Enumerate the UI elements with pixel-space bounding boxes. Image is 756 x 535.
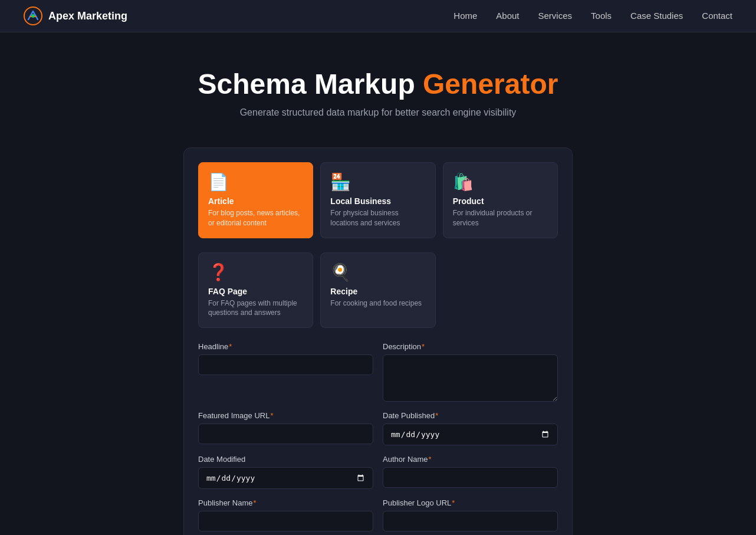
description-input[interactable] (383, 355, 558, 402)
faq-icon: ❓ (208, 262, 303, 282)
schema-type-recipe[interactable]: 🍳 Recipe For cooking and food recipes (320, 252, 435, 329)
article-icon: 📄 (208, 172, 303, 192)
date-published-label: Date Published* (383, 411, 558, 420)
hero-section: Schema Markup Generator Generate structu… (0, 32, 756, 136)
recipe-desc: For cooking and food recipes (330, 298, 425, 308)
brand-name: Apex Marketing (48, 10, 127, 22)
local-business-title: Local Business (330, 196, 425, 206)
date-modified-input[interactable] (198, 467, 373, 489)
schema-type-grid: 📄 Article For blog posts, news articles,… (198, 162, 558, 238)
author-name-input[interactable] (383, 467, 558, 488)
publisher-logo-url-input[interactable] (383, 511, 558, 531)
nav-case-studies[interactable]: Case Studies (630, 11, 683, 21)
hero-subtitle: Generate structured data markup for bett… (12, 107, 744, 118)
publisher-logo-url-group: Publisher Logo URL* (383, 498, 558, 531)
publisher-logo-url-label: Publisher Logo URL* (383, 498, 558, 507)
main-card: 📄 Article For blog posts, news articles,… (183, 147, 573, 535)
description-group: Description* (383, 342, 558, 402)
schema-type-article[interactable]: 📄 Article For blog posts, news articles,… (198, 162, 313, 238)
recipe-title: Recipe (330, 287, 425, 296)
headline-input[interactable] (198, 355, 373, 375)
navbar: Apex Marketing Home About Services Tools… (0, 0, 756, 32)
form-row-2: Featured Image URL* Date Published* (198, 411, 558, 445)
article-title: Article (208, 196, 303, 206)
publisher-name-label: Publisher Name* (198, 498, 373, 507)
page-title: Schema Markup Generator (12, 68, 744, 100)
author-name-group: Author Name* (383, 455, 558, 489)
form-row-3: Date Modified Author Name* (198, 455, 558, 489)
faq-desc: For FAQ pages with multiple questions an… (208, 298, 303, 319)
date-published-group: Date Published* (383, 411, 558, 445)
featured-image-url-input[interactable] (198, 424, 373, 444)
local-business-icon: 🏪 (330, 172, 425, 192)
product-title: Product (453, 196, 548, 206)
featured-image-url-label: Featured Image URL* (198, 411, 373, 420)
product-desc: For individual products or services (453, 208, 548, 228)
nav-home[interactable]: Home (453, 11, 477, 21)
author-name-label: Author Name* (383, 455, 558, 464)
nav-services[interactable]: Services (538, 11, 573, 21)
description-label: Description* (383, 342, 558, 351)
brand-logo-icon (24, 6, 42, 25)
product-icon: 🛍️ (453, 172, 548, 192)
date-modified-group: Date Modified (198, 455, 373, 489)
form-row-1: Headline* Description* (198, 342, 558, 402)
svg-point-1 (31, 14, 35, 18)
headline-group: Headline* (198, 342, 373, 402)
faq-title: FAQ Page (208, 287, 303, 296)
nav-tools[interactable]: Tools (591, 11, 612, 21)
article-desc: For blog posts, news articles, or editor… (208, 208, 303, 228)
featured-image-url-group: Featured Image URL* (198, 411, 373, 445)
publisher-name-input[interactable] (198, 511, 373, 531)
schema-type-faq[interactable]: ❓ FAQ Page For FAQ pages with multiple q… (198, 252, 313, 329)
form-row-4: Publisher Name* Publisher Logo URL* (198, 498, 558, 531)
nav-contact[interactable]: Contact (702, 11, 732, 21)
schema-form: Headline* Description* Featured Image UR… (198, 342, 558, 535)
schema-type-product[interactable]: 🛍️ Product For individual products or se… (443, 162, 558, 238)
date-published-input[interactable] (383, 424, 558, 445)
date-modified-label: Date Modified (198, 455, 373, 464)
nav-about[interactable]: About (496, 11, 519, 21)
recipe-icon: 🍳 (330, 262, 425, 282)
brand: Apex Marketing (24, 6, 127, 25)
schema-type-local-business[interactable]: 🏪 Local Business For physical business l… (320, 162, 435, 238)
publisher-name-group: Publisher Name* (198, 498, 373, 531)
schema-type-grid-row2: ❓ FAQ Page For FAQ pages with multiple q… (198, 252, 558, 329)
nav-links: Home About Services Tools Case Studies C… (453, 11, 732, 21)
local-business-desc: For physical business locations and serv… (330, 208, 425, 228)
headline-label: Headline* (198, 342, 373, 351)
